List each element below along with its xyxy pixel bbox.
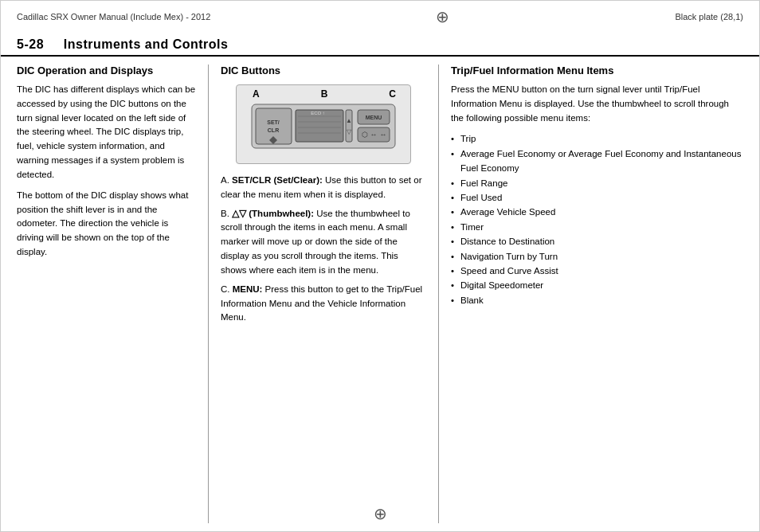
- svg-text:▲: ▲: [346, 117, 352, 124]
- label-a: A: [253, 88, 260, 100]
- dic-items-list: A. SET/CLR (Set/Clear): Use this button …: [221, 174, 426, 325]
- page-footer: ⊕: [1, 504, 759, 523]
- dic-item-c: C. MENU: Press this button to get to the…: [221, 283, 426, 325]
- menu-item: Fuel Used: [451, 190, 743, 205]
- section-heading: 5-28 Instruments and Controls: [1, 33, 759, 57]
- left-column: DIC Operation and Displays The DIC has d…: [17, 65, 208, 523]
- svg-text:SET/: SET/: [267, 119, 280, 125]
- menu-item: Blank: [451, 293, 743, 307]
- menu-item: Fuel Range: [451, 176, 743, 190]
- dic-image: A B C SET/ CLR: [236, 84, 411, 164]
- label-c: C: [389, 88, 396, 100]
- menu-item: Digital Speedometer: [451, 278, 743, 292]
- page-container: Cadillac SRX Owner Manual (Include Mex) …: [0, 0, 760, 532]
- right-column-paragraph: Press the MENU button on the turn signal…: [451, 83, 743, 125]
- middle-column-heading: DIC Buttons: [221, 65, 426, 76]
- menu-item: Trip: [451, 131, 743, 146]
- left-column-heading: DIC Operation and Displays: [17, 65, 196, 76]
- middle-column: DIC Buttons A B C SET/ CLR: [208, 65, 439, 523]
- header-center: ⊕: [436, 7, 449, 26]
- left-column-paragraph2: The bottom of the DIC display shows what…: [17, 189, 196, 260]
- menu-items-list: TripAverage Fuel Economy or Average Fuel…: [451, 131, 743, 307]
- svg-text:MENU: MENU: [366, 115, 382, 120]
- header-left-text: Cadillac SRX Owner Manual (Include Mex) …: [17, 12, 210, 22]
- right-column-heading: Trip/Fuel Information Menu Items: [451, 65, 743, 76]
- menu-item: Distance to Destination: [451, 234, 743, 248]
- content-area: DIC Operation and Displays The DIC has d…: [1, 65, 759, 523]
- right-column: Trip/Fuel Information Menu Items Press t…: [439, 65, 743, 523]
- dic-image-labels: A B C: [237, 88, 410, 100]
- svg-rect-11: [346, 110, 352, 142]
- dic-item-b: B. △▽ (Thumbwheel): Use the thumbwheel t…: [221, 207, 426, 278]
- svg-text:↔: ↔: [370, 131, 378, 139]
- header-right-text: Black plate (28,1): [675, 12, 743, 22]
- svg-text:CLR: CLR: [268, 127, 279, 133]
- dic-item-a: A. SET/CLR (Set/Clear): Use this button …: [221, 174, 426, 202]
- dic-buttons-diagram: SET/ CLR ECO ↑ ▲ ▽: [244, 92, 403, 156]
- menu-item: Average Fuel Economy or Average Fuel Eco…: [451, 147, 743, 176]
- label-b: B: [321, 88, 328, 100]
- header-crosshair-icon: ⊕: [436, 7, 449, 26]
- svg-text:⬡: ⬡: [362, 131, 368, 139]
- menu-item: Average Vehicle Speed: [451, 205, 743, 219]
- menu-item: Navigation Turn by Turn: [451, 249, 743, 264]
- footer-crosshair-icon: ⊕: [374, 504, 387, 523]
- left-column-paragraph1: The DIC has different displays which can…: [17, 83, 196, 182]
- menu-item: Speed and Curve Assist: [451, 264, 743, 278]
- page-header: Cadillac SRX Owner Manual (Include Mex) …: [1, 1, 759, 33]
- svg-text:ECO ↑: ECO ↑: [311, 111, 325, 115]
- section-title: 5-28 Instruments and Controls: [17, 37, 743, 52]
- svg-text:▽: ▽: [347, 128, 352, 135]
- svg-text:↔: ↔: [380, 131, 387, 139]
- menu-item: Timer: [451, 220, 743, 234]
